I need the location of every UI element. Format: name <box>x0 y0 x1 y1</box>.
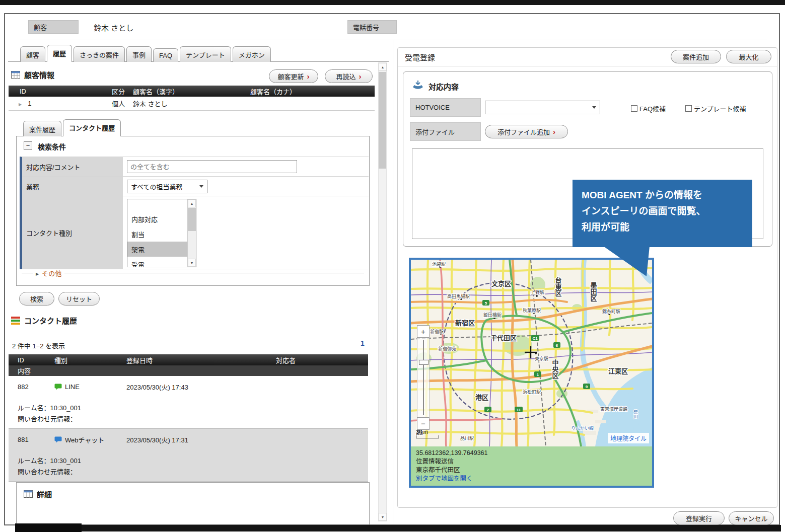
faq-candidate-checkbox[interactable]: FAQ候補 <box>631 104 666 113</box>
svg-text:2: 2 <box>487 408 489 412</box>
maximize-button[interactable]: 最大化 <box>726 50 771 63</box>
scroll-down-icon[interactable] <box>188 259 196 267</box>
inquiry-source: 問い合わせ元情報： <box>9 467 368 476</box>
scrollbar-thumb[interactable] <box>188 208 196 231</box>
zoom-in-button[interactable]: + <box>417 325 430 338</box>
col-id: ID <box>9 356 50 364</box>
customer-table: ID 区分 顧客名（漢字） 顧客名（カナ） 1 個人 鈴木 さとし <box>9 86 375 111</box>
cancel-button[interactable]: キャンセル <box>729 511 774 525</box>
main-tab-bar: 顧客 履歴 さっきの案件 事例 FAQ テンプレート メガホン <box>20 45 272 62</box>
tab-template[interactable]: テンプレート <box>180 46 231 62</box>
svg-text:6: 6 <box>556 343 558 348</box>
contact-type-listbox[interactable]: 内部対応 割当 架電 受電 <box>127 199 196 267</box>
scale-bar <box>416 435 439 438</box>
customer-field-label: 顧客 <box>28 20 79 34</box>
svg-text:錦糸町駅: 錦糸町駅 <box>602 309 620 314</box>
other-conditions-toggle[interactable]: その他 <box>22 268 364 278</box>
checkbox-icon[interactable] <box>631 105 637 112</box>
listbox-blank-option[interactable] <box>127 199 196 211</box>
tab-contact-history[interactable]: コンタクト履歴 <box>63 119 121 136</box>
table-row[interactable]: 882 LINE 2023/05/30(火) 17:43 ルーム名：10:30_… <box>9 376 368 429</box>
chevron-down-icon <box>199 185 203 188</box>
map-scale: 3 km <box>416 429 439 438</box>
reload-button[interactable]: 再読込 <box>325 69 373 83</box>
comment-input[interactable] <box>127 160 297 173</box>
tab-megaphone[interactable]: メガホン <box>233 46 271 62</box>
zoom-slider[interactable] <box>417 338 430 417</box>
svg-text:台東区: 台東区 <box>554 276 562 297</box>
location-send-label: 位置情報送信 <box>416 458 647 466</box>
table-icon <box>24 490 33 498</box>
map-tile-credit-link[interactable]: 地理院タイル <box>608 433 649 443</box>
svg-text:品川駅: 品川駅 <box>460 436 474 441</box>
customer-update-button[interactable]: 顧客更新 <box>269 69 318 83</box>
content-subheader: 内容 <box>9 365 368 376</box>
scroll-up-icon[interactable] <box>188 199 196 207</box>
customer-info-title: 顧客情報 <box>24 69 54 80</box>
search-button[interactable]: 検索 <box>19 292 54 306</box>
other-label[interactable]: その他 <box>42 268 61 278</box>
response-heading: 対応内容 <box>411 80 459 92</box>
attachment-label: 添付ファイル <box>410 122 481 141</box>
zoom-slider-handle[interactable] <box>419 360 429 365</box>
map-canvas[interactable]: C1 5 6 9 11 1 2 文京区 台東区 <box>411 260 652 446</box>
svg-text:C1: C1 <box>532 336 538 341</box>
svg-text:りんかい線: りんかい線 <box>571 425 594 431</box>
template-candidate-checkbox[interactable]: テンプレート候補 <box>685 104 746 113</box>
add-attachment-button[interactable]: 添付ファイル追加 <box>485 125 568 138</box>
tab-case-examples[interactable]: 事例 <box>126 46 152 62</box>
scrollbar-thumb[interactable] <box>379 72 386 169</box>
window-top-bar <box>0 0 785 5</box>
table-row[interactable]: 881 Webチャット 2023/05/30(火) 17:31 ルーム名：10:… <box>9 429 368 482</box>
svg-text:高田馬場駅: 高田馬場駅 <box>447 293 470 299</box>
tab-recent-case[interactable]: さっきの案件 <box>74 46 125 62</box>
listbox-option-inbound[interactable]: 受電 <box>127 257 196 267</box>
listbox-option-internal[interactable]: 内部対応 <box>127 211 196 226</box>
chevron-down-icon <box>592 106 596 109</box>
contact-history-title: コンタクト履歴 <box>24 315 77 326</box>
job-select[interactable]: すべての担当業務 <box>127 180 207 193</box>
customer-row[interactable]: 1 個人 鈴木 さとし <box>9 97 375 111</box>
response-title: 対応内容 <box>429 81 459 92</box>
tab-customer[interactable]: 顧客 <box>20 46 45 62</box>
reset-button[interactable]: リセット <box>58 292 100 306</box>
location-info-bar: 35.6812362,139.7649361 位置情報送信 東京都千代田区 別タ… <box>411 446 652 486</box>
zoom-control[interactable]: + − <box>417 325 430 430</box>
col-kubun: 区分 <box>112 87 133 96</box>
col-kanji: 顧客名（漢字） <box>133 87 250 96</box>
detail-title: 詳細 <box>37 489 52 499</box>
hotvoice-select[interactable] <box>485 101 600 114</box>
collapse-button[interactable]: − <box>24 141 32 150</box>
location-coordinates: 35.6812362,139.7649361 <box>416 449 647 458</box>
location-address: 東京都千代田区 <box>416 466 647 475</box>
add-case-button[interactable]: 案件追加 <box>671 50 721 63</box>
svg-text:荒川: 荒川 <box>633 410 638 419</box>
tab-history[interactable]: 履歴 <box>47 45 72 62</box>
zoom-out-button[interactable]: − <box>417 417 430 430</box>
page-number[interactable]: 1 <box>361 339 365 347</box>
room-name: ルーム名：10:30_001 <box>9 403 368 412</box>
tab-case-history[interactable]: 案件履歴 <box>23 121 61 136</box>
map-widget[interactable]: C1 5 6 9 11 1 2 文京区 台東区 <box>409 258 654 488</box>
svg-text:東京湾岸道路: 東京湾岸道路 <box>600 406 627 412</box>
checkbox-icon[interactable] <box>685 105 692 112</box>
svg-text:11: 11 <box>517 408 521 412</box>
scroll-down-icon[interactable] <box>379 513 387 521</box>
panel-divider <box>393 40 393 524</box>
submit-button[interactable]: 登録実行 <box>673 511 725 525</box>
open-map-link[interactable]: 別タブで地図を開く <box>416 475 647 483</box>
left-panel-scrollbar[interactable] <box>378 62 387 521</box>
listbox-option-outbound[interactable]: 架電 <box>127 242 196 257</box>
svg-text:秋葉原駅: 秋葉原駅 <box>523 308 541 313</box>
tab-faq[interactable]: FAQ <box>153 48 178 62</box>
detail-panel: 詳細 <box>16 482 370 524</box>
listbox-option-assign[interactable]: 割当 <box>127 226 196 242</box>
table-icon <box>11 71 20 79</box>
inquiry-source: 問い合わせ元情報： <box>9 414 368 423</box>
listbox-scrollbar[interactable] <box>187 199 196 267</box>
job-label: 業務 <box>22 177 123 196</box>
comment-label: 対応内容/コメント <box>22 157 123 176</box>
row-expander-icon[interactable] <box>19 100 22 107</box>
scroll-up-icon[interactable] <box>379 63 387 71</box>
line-chat-icon <box>54 384 62 390</box>
